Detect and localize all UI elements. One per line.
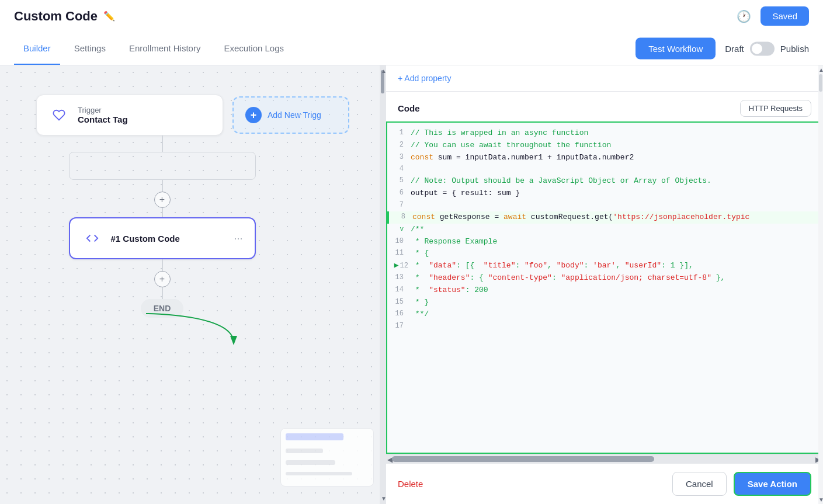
add-trigger-plus-icon: + — [245, 107, 262, 123]
scrollbar-thumb[interactable] — [392, 456, 654, 462]
trigger-node[interactable]: Trigger Contact Tag — [36, 95, 223, 135]
code-label: Code — [398, 103, 420, 113]
header-top-bar: Custom Code ✏️ 🕐 Saved — [14, 0, 809, 33]
code-node-name: #1 Custom Code — [111, 234, 180, 244]
code-line-11: 11 * { — [387, 248, 822, 260]
canvas-scrollbar[interactable]: ▲ ▼ — [380, 65, 386, 504]
connector-1: + — [69, 135, 256, 217]
cancel-button[interactable]: Cancel — [672, 472, 727, 496]
code-node-left: #1 Custom Code — [82, 228, 180, 249]
trigger-name-text: Contact Tag — [78, 114, 128, 124]
test-workflow-button[interactable]: Test Workflow — [636, 38, 716, 60]
code-line-17: 17 — [387, 321, 822, 332]
code-line-8: 8 const getResponse = await customReques… — [387, 211, 822, 224]
workflow-canvas[interactable]: Trigger Contact Tag + Add New Trigg + — [0, 65, 386, 504]
code-icon — [82, 228, 103, 249]
code-line-12: ▶ 12 * "data": [{ "title": "foo", "body"… — [387, 260, 822, 272]
branch-connector — [69, 152, 256, 180]
add-step-button-1[interactable]: + — [154, 192, 171, 208]
http-requests-button[interactable]: HTTP Requests — [740, 100, 811, 117]
add-trigger-node[interactable]: + Add New Trigg — [232, 96, 349, 134]
code-line-14: 14 * "status": 200 — [387, 284, 822, 297]
custom-code-node[interactable]: #1 Custom Code ··· — [69, 217, 256, 259]
edit-icon[interactable]: ✏️ — [103, 11, 115, 22]
save-action-button[interactable]: Save Action — [734, 472, 811, 496]
saved-button[interactable]: Saved — [761, 6, 809, 26]
history-icon[interactable]: 🕐 — [737, 9, 751, 23]
header: Custom Code ✏️ 🕐 Saved Builder Settings … — [0, 0, 823, 65]
add-step-button-2[interactable]: + — [154, 271, 171, 287]
page-title: Custom Code ✏️ — [14, 9, 115, 24]
trigger-row: Trigger Contact Tag + Add New Trigg — [36, 95, 349, 135]
header-actions: 🕐 Saved — [737, 6, 809, 26]
trigger-icon — [48, 105, 70, 126]
add-property-bar: + Add property — [386, 65, 823, 92]
code-line-9: v /** — [387, 224, 822, 236]
tab-settings[interactable]: Settings — [65, 33, 115, 65]
draft-label: Draft — [725, 44, 744, 54]
code-line-4: 4 — [387, 164, 822, 175]
tab-enrollment-history[interactable]: Enrollment History — [120, 33, 210, 65]
minimap — [280, 428, 374, 486]
code-editor[interactable]: 1 // This is wrapped in an async functio… — [387, 123, 822, 453]
code-line-2: 2 // You can use await throughout the fu… — [387, 140, 822, 152]
right-panel: + Add property Code HTTP Requests 1 // T… — [386, 65, 823, 504]
title-text: Custom Code — [14, 9, 98, 24]
nav-tabs: Builder Settings Enrollment History Exec… — [14, 33, 809, 65]
header-tabs-right: Test Workflow Draft Publish — [636, 38, 809, 60]
draft-publish-toggle: Draft Publish — [725, 41, 809, 55]
code-line-6: 6 output = { result: sum } — [387, 187, 822, 200]
panel-footer: Delete Cancel Save Action — [386, 463, 823, 504]
code-line-7: 7 — [387, 200, 822, 211]
add-property-button[interactable]: + Add property — [398, 74, 451, 83]
code-line-5: 5 // Note: Output should be a JavaScript… — [387, 175, 822, 187]
add-trigger-label: Add New Trigg — [268, 110, 321, 120]
code-line-16: 16 **/ — [387, 308, 822, 321]
code-line-3: 3 const sum = inputData.number1 + inputD… — [387, 152, 822, 164]
tab-builder[interactable]: Builder — [14, 33, 60, 65]
annotation-arrow — [140, 308, 257, 366]
code-line-10: 10 * Response Example — [387, 236, 822, 248]
main-area: Trigger Contact Tag + Add New Trigg + — [0, 65, 823, 504]
publish-label: Publish — [780, 44, 809, 54]
tab-execution-logs[interactable]: Execution Logs — [214, 33, 293, 65]
publish-toggle[interactable] — [750, 41, 775, 55]
code-line-1: 1 // This is wrapped in an async functio… — [387, 127, 822, 140]
horizontal-scrollbar[interactable]: ◀ ▶ — [386, 454, 823, 463]
code-line-13: 13 * "headers": { "content-type": "appli… — [387, 272, 822, 284]
panel-vertical-scrollbar[interactable]: ▲ ▼ — [818, 65, 823, 504]
workflow-nodes: Trigger Contact Tag + Add New Trigg + — [36, 77, 349, 318]
code-line-15: 15 * } — [387, 297, 822, 309]
code-node-wrapper: #1 Custom Code ··· — [69, 217, 256, 259]
code-section-header: Code HTTP Requests — [386, 92, 823, 121]
trigger-info: Trigger Contact Tag — [78, 106, 128, 124]
delete-button[interactable]: Delete — [398, 479, 423, 489]
node-options-button[interactable]: ··· — [234, 232, 242, 245]
trigger-label-text: Trigger — [78, 106, 128, 114]
footer-right-actions: Cancel Save Action — [672, 472, 811, 496]
code-editor-container: 1 // This is wrapped in an async functio… — [386, 121, 823, 454]
